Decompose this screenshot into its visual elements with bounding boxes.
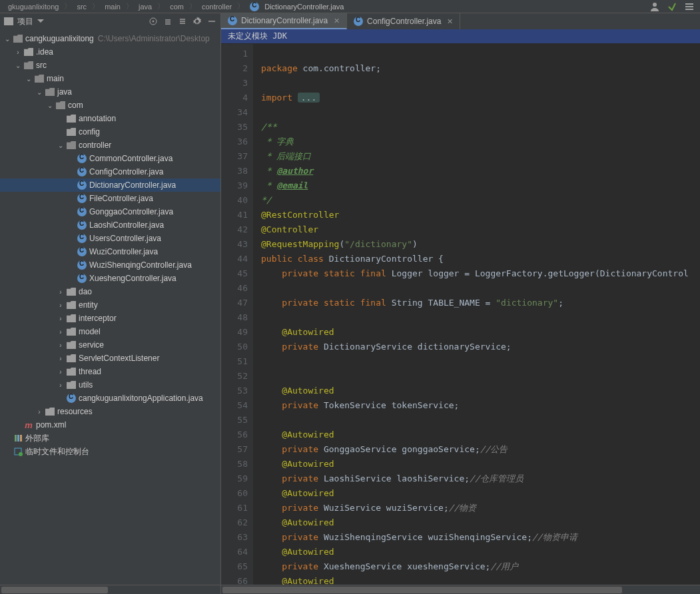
module-jdk-banner[interactable]: 未定义模块 JDK [221,29,700,44]
tree-item-controller[interactable]: ⌄controller [0,139,220,152]
tree-item-FileController.java[interactable]: FileController.java [0,192,220,205]
menu-icon[interactable] [684,1,695,12]
code-line[interactable]: private WuziService wuziService;//物资 [261,501,700,515]
code-editor[interactable]: 1234343536373839404142434445464748495051… [221,44,700,585]
code-line[interactable]: @Autowired [261,325,700,340]
breadcrumb-item[interactable]: java [139,3,152,11]
breadcrumb-item[interactable]: main [105,3,121,11]
tree-item-thread[interactable]: ›thread [0,365,220,378]
code-line[interactable] [261,47,700,61]
build-icon[interactable] [667,1,677,12]
code-line[interactable] [261,413,700,428]
expand-icon[interactable] [163,17,173,26]
code-line[interactable]: @Autowired [261,428,700,442]
chevron-right-icon[interactable]: › [35,408,44,416]
tree-item-interceptor[interactable]: ›interceptor [0,312,220,325]
chevron-right-icon[interactable]: › [56,302,65,309]
code-line[interactable] [261,369,700,384]
code-line[interactable] [261,310,700,325]
code-line[interactable]: * @email [261,178,700,193]
tree-item-ConfigController.java[interactable]: ConfigController.java [0,165,220,178]
code-line[interactable] [261,105,700,120]
collapse-icon[interactable] [178,17,187,26]
tree-item-cangkuguanlixitongApplication.java[interactable]: cangkuguanlixitongApplication.java [0,392,220,405]
code-line[interactable]: @RestController [261,208,700,222]
tree-item-src[interactable]: ⌄src [0,59,220,72]
hide-icon[interactable] [207,17,216,26]
chevron-right-icon[interactable]: › [56,382,65,389]
code-line[interactable]: private DictionaryService dictionaryServ… [261,340,700,354]
code-line[interactable] [261,354,700,369]
code-line[interactable]: package com.controller; [261,61,700,76]
tree-item-LaoshiController.java[interactable]: LaoshiController.java [0,218,220,232]
tree-item-外部库[interactable]: 外部库 [0,432,220,445]
code-line[interactable]: private WuziShenqingService wuziShenqing… [261,530,700,545]
breadcrumb-item[interactable]: DictionaryController.java [264,3,344,11]
breadcrumb[interactable]: gkuguanlixitong〉src〉main〉java〉com〉contro… [0,0,700,13]
code-area[interactable]: package com.controller; import ... /** *… [253,44,700,585]
tree-item-annotation[interactable]: annotation [0,112,220,125]
target-icon[interactable] [149,17,158,26]
code-line[interactable]: private GonggaoService gonggaoService;//… [261,442,700,457]
tree-item-pom.xml[interactable]: mpom.xml [0,418,220,432]
chevron-right-icon[interactable]: › [56,288,65,296]
code-line[interactable]: @Controller [261,222,700,237]
horizontal-scrollbar[interactable] [0,585,700,594]
tree-item-com[interactable]: ⌄com [0,99,220,112]
chevron-right-icon[interactable]: › [56,328,65,336]
gear-icon[interactable] [192,17,202,26]
chevron-down-icon[interactable]: ⌄ [24,75,33,83]
tree-item-resources[interactable]: ›resources [0,405,220,418]
tree-item-java[interactable]: ⌄java [0,85,220,99]
code-line[interactable]: private static final String TABLE_NAME =… [261,296,700,310]
chevron-down-icon[interactable]: ⌄ [45,102,55,109]
code-line[interactable]: import ... [261,91,700,105]
tab-DictionaryController.java[interactable]: DictionaryController.java✕ [221,13,347,29]
tree-item-model[interactable]: ›model [0,325,220,338]
tree-item-config[interactable]: config [0,125,220,139]
tree-item-.idea[interactable]: ›.idea [0,45,220,59]
chevron-right-icon[interactable]: › [56,368,65,376]
code-line[interactable]: private static final Logger logger = Log… [261,266,700,281]
code-line[interactable]: /** [261,120,700,135]
close-icon[interactable]: ✕ [334,17,340,25]
chevron-down-icon[interactable]: ⌄ [56,142,65,149]
code-line[interactable]: @Autowired [261,574,700,585]
code-line[interactable]: private LaoshiService laoshiService;//仓库… [261,471,700,486]
code-line[interactable]: @Autowired [261,486,700,501]
tree-item-cangkuguanlixitong[interactable]: ⌄cangkuguanlixitongC:\Users\Administrato… [0,32,220,45]
code-line[interactable]: @Autowired [261,545,700,559]
code-line[interactable]: */ [261,193,700,208]
code-line[interactable]: * 字典 [261,135,700,149]
chevron-right-icon[interactable]: › [13,49,23,56]
code-line[interactable]: * @author [261,164,700,178]
chevron-down-icon[interactable]: ⌄ [13,62,23,69]
code-line[interactable]: public class DictionaryController { [261,252,700,266]
code-line[interactable] [261,76,700,91]
chevron-down-icon[interactable]: ⌄ [35,89,44,96]
code-line[interactable]: * 后端接口 [261,149,700,164]
tree-item-ServletContextListener[interactable]: ›ServletContextListener [0,352,220,365]
tree-item-CommonController.java[interactable]: CommonController.java [0,152,220,165]
tree-item-main[interactable]: ⌄main [0,72,220,85]
tree-item-XueshengController.java[interactable]: XueshengController.java [0,272,220,285]
breadcrumb-item[interactable]: gkuguanlixitong [8,3,59,11]
chevron-right-icon[interactable]: › [56,342,65,349]
tree-item-UsersController.java[interactable]: UsersController.java [0,232,220,245]
tree-item-WuziShenqingController.java[interactable]: WuziShenqingController.java [0,258,220,272]
chevron-down-icon[interactable]: ⌄ [3,35,12,43]
chevron-right-icon[interactable]: › [56,355,65,362]
tree-item-WuziController.java[interactable]: WuziController.java [0,245,220,258]
breadcrumb-item[interactable]: com [170,3,184,11]
code-line[interactable] [261,281,700,296]
tree-item-dao[interactable]: ›dao [0,285,220,298]
tree-item-entity[interactable]: ›entity [0,298,220,312]
user-icon[interactable] [649,1,660,12]
code-line[interactable]: @Autowired [261,457,700,471]
code-line[interactable]: private XueshengService xueshengService;… [261,559,700,574]
code-line[interactable]: @Autowired [261,515,700,530]
tab-ConfigController.java[interactable]: ConfigController.java✕ [347,13,460,29]
tree-item-GonggaoController.java[interactable]: GonggaoController.java [0,205,220,218]
code-line[interactable]: private TokenService tokenService; [261,398,700,413]
project-tree[interactable]: ⌄cangkuguanlixitongC:\Users\Administrato… [0,29,221,585]
